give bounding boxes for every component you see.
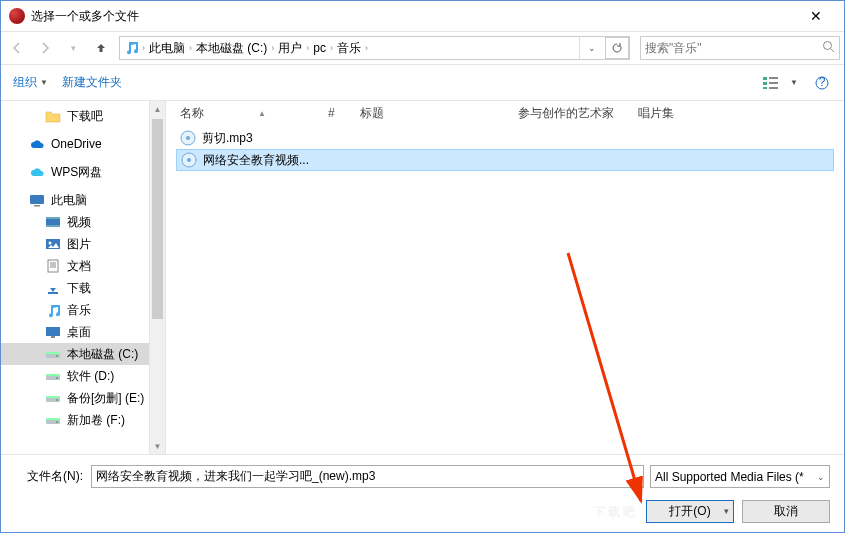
breadcrumb-segment[interactable]: 本地磁盘 (C:) [192,37,271,59]
tree-item-label: 视频 [67,214,91,231]
drive-icon [45,391,61,405]
tree-item-label: 下载 [67,280,91,297]
tree-item[interactable]: 软件 (D:) [1,365,165,387]
window-title: 选择一个或多个文件 [31,8,796,25]
col-artist[interactable]: 参与创作的艺术家 [518,105,638,122]
svg-rect-3 [763,87,767,89]
breadcrumb-dropdown[interactable]: ⌄ [579,37,603,59]
breadcrumb-segment[interactable]: 音乐 [333,37,365,59]
back-button[interactable] [5,36,29,60]
help-icon: ? [815,76,829,90]
tree-item-label: 本地磁盘 (C:) [67,346,138,363]
scroll-down-icon[interactable]: ▼ [150,438,165,454]
tree-item-label: 图片 [67,236,91,253]
svg-point-15 [49,242,52,245]
breadcrumb-segment[interactable]: 用户 [274,37,306,59]
tree-item[interactable]: WPS网盘 [1,161,165,183]
svg-rect-12 [46,217,60,219]
tree-item[interactable]: OneDrive [1,133,165,155]
file-list: 名称▲ # 标题 参与创作的艺术家 唱片集 剪切.mp3网络安全教育视频... [166,101,844,454]
tree-item-label: 软件 (D:) [67,368,114,385]
music-icon [123,40,139,56]
file-row[interactable]: 剪切.mp3 [176,127,834,149]
tree-item[interactable]: 下载吧 [1,105,165,127]
arrow-right-icon [38,41,52,55]
tree-item-label: 文档 [67,258,91,275]
tree-item-label: 新加卷 (F:) [67,412,125,429]
new-folder-button[interactable]: 新建文件夹 [62,74,122,91]
sort-asc-icon: ▲ [258,109,266,118]
svg-point-0 [824,42,832,50]
tree-item[interactable]: 此电脑 [1,189,165,211]
sidebar-scrollbar[interactable]: ▲ ▼ [149,101,165,454]
drive-icon [45,413,61,427]
tree-item[interactable]: 图片 [1,233,165,255]
tree-item[interactable]: 本地磁盘 (C:) [1,343,165,365]
chevron-down-icon: ▾ [724,506,729,516]
help-button[interactable]: ? [812,73,832,93]
svg-rect-1 [763,77,767,80]
svg-rect-2 [763,82,767,85]
tree-item[interactable]: 文档 [1,255,165,277]
pc-icon [29,193,45,207]
tree-item-label: 备份[勿删] (E:) [67,390,144,407]
file-row[interactable]: 网络安全教育视频... [176,149,834,171]
arrow-up-icon [94,41,108,55]
svg-rect-6 [769,87,778,89]
desktop-icon [45,325,61,339]
search-box[interactable] [640,36,840,60]
col-title[interactable]: 标题 [360,105,518,122]
watermark: 下载吧 [398,498,638,524]
search-input[interactable] [645,41,822,55]
file-name: 网络安全教育视频... [203,152,309,169]
navbar: ▾ › 此电脑›本地磁盘 (C:)›用户›pc›音乐› ⌄ [1,31,844,65]
drive-icon [45,369,61,383]
svg-rect-4 [769,77,778,79]
forward-button[interactable] [33,36,57,60]
close-button[interactable]: ✕ [796,2,836,30]
col-name[interactable]: 名称▲ [180,105,328,122]
tree-item-label: 此电脑 [51,192,87,209]
view-options[interactable]: ▼ [762,75,798,91]
tree-item-label: 音乐 [67,302,91,319]
toolbar: 组织▼ 新建文件夹 ▼ ? [1,65,844,101]
breadcrumb[interactable]: › 此电脑›本地磁盘 (C:)›用户›pc›音乐› ⌄ [119,36,630,60]
up-button[interactable] [89,36,113,60]
cancel-button[interactable]: 取消 [742,500,830,523]
cloud-lt-icon [29,165,45,179]
recent-dropdown[interactable]: ▾ [61,36,85,60]
titlebar: 选择一个或多个文件 ✕ [1,1,844,31]
filename-input[interactable] [96,470,639,484]
video-icon [45,215,61,229]
open-button[interactable]: 打开(O)▾ [646,500,734,523]
organize-menu[interactable]: 组织▼ [13,74,48,91]
tree-item[interactable]: 视频 [1,211,165,233]
svg-rect-5 [769,82,778,84]
refresh-button[interactable] [605,37,629,59]
col-album[interactable]: 唱片集 [638,105,674,122]
svg-rect-30 [46,418,60,420]
tree-item[interactable]: 新加卷 (F:) [1,409,165,431]
svg-rect-19 [51,336,55,338]
tree-item-label: WPS网盘 [51,164,102,181]
col-num[interactable]: # [328,106,360,120]
scroll-up-icon[interactable]: ▲ [150,101,165,117]
scrollbar-thumb[interactable] [152,119,163,319]
media-file-icon [180,130,196,146]
app-icon [9,8,25,24]
filename-field[interactable] [91,465,644,488]
sidebar: 下载吧OneDriveWPS网盘此电脑视频图片文档下载音乐桌面本地磁盘 (C:)… [1,101,166,454]
tree-item[interactable]: 备份[勿删] (E:) [1,387,165,409]
svg-point-22 [56,355,58,357]
doc-icon [45,259,61,273]
folder-icon [45,109,61,123]
svg-rect-9 [30,195,44,204]
chevron-down-icon: ⌄ [817,472,825,482]
breadcrumb-segment[interactable]: 此电脑 [145,37,189,59]
breadcrumb-segment[interactable]: pc [309,37,330,59]
tree-item[interactable]: 音乐 [1,299,165,321]
filetype-filter[interactable]: All Supported Media Files (* ⌄ [650,465,830,488]
tree-item[interactable]: 下载 [1,277,165,299]
tree-item[interactable]: 桌面 [1,321,165,343]
column-headers[interactable]: 名称▲ # 标题 参与创作的艺术家 唱片集 [166,101,844,125]
